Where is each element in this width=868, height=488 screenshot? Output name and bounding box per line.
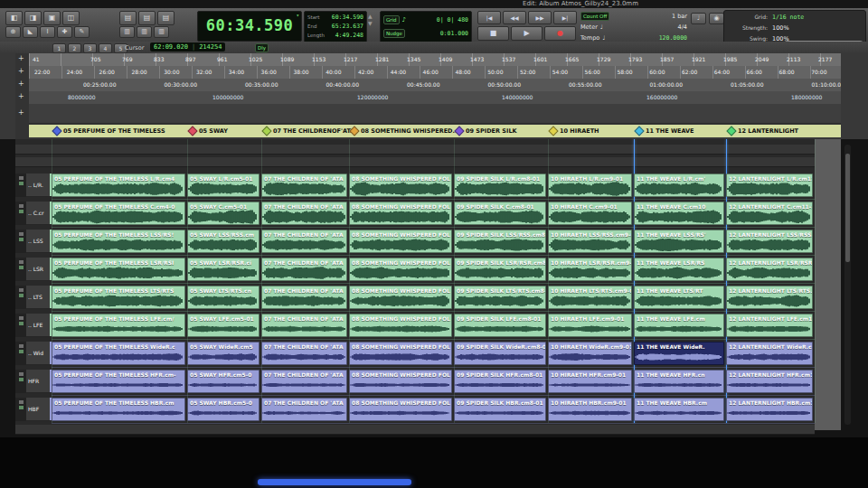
audio-clip[interactable]: 10 HIRAETH LSS/RSS.cm9-01 [548, 230, 632, 253]
audio-clip[interactable]: 11 THE WEAVE LSR/RS [634, 258, 724, 281]
audio-clip[interactable]: 10 HIRAETH LSR/RSR.cm9-01 [548, 258, 632, 281]
add-ruler-icon[interactable]: + [18, 80, 24, 88]
track-control-strip[interactable] [15, 230, 26, 253]
audio-clip[interactable]: 09 SPIDER SILK LTS/RTS.cm8-0 [454, 286, 546, 309]
aux-button-5[interactable]: ▥ [137, 26, 152, 38]
audio-clip[interactable]: 07 THE CHILDREN OF 'ATA [261, 174, 347, 197]
audio-clip[interactable]: 08 SOMETHING WHISPERED FOL [349, 202, 452, 225]
add-ruler-icon[interactable]: + [18, 55, 24, 62]
record-button[interactable]: ● [544, 26, 576, 41]
stop-button[interactable]: ■ [477, 26, 509, 41]
audio-clip[interactable]: 10 HIRAETH HFR.cm9-01 [548, 370, 632, 393]
zoom-preset-1[interactable]: 1 [52, 43, 66, 53]
track-control-strip[interactable] [15, 202, 26, 225]
audio-clip[interactable]: 09 SPIDER SILK L/R.cm8-01 [454, 174, 546, 197]
add-ruler-icon[interactable]: + [18, 109, 24, 117]
metronome-button[interactable]: ♩ [691, 13, 706, 24]
solo-mute-icon[interactable] [19, 182, 24, 185]
audio-clip[interactable]: 05 PERFUME OF THE TIMELESS LTS/RTS [52, 286, 185, 309]
audio-clip[interactable]: 05 PERFUME OF THE TIMELESS C.cm4-0 [52, 202, 185, 225]
audio-clip[interactable]: 05 SWAY WideR.cm5 [187, 342, 259, 365]
audio-clip[interactable]: 07 THE CHILDREN OF 'ATA [261, 230, 347, 253]
audio-clip[interactable]: 09 SPIDER SILK LSR/RSR.cm8- [454, 258, 546, 281]
audio-clip[interactable]: 11 THE WEAVE LTS/RT [634, 286, 724, 309]
track-name-9[interactable]: HBF [26, 398, 52, 421]
markers-ruler[interactable]: 05 PERFUME OF THE TIMELESS05 SWAY07 THE … [29, 125, 841, 137]
pencil-tool-button[interactable]: ✎ [74, 26, 90, 38]
audio-clip[interactable]: 08 SOMETHING WHISPERED FOL [349, 314, 452, 337]
audio-clip[interactable]: 09 SPIDER SILK LFE.cm8-01 [454, 314, 546, 337]
tempo-value[interactable]: 120.0000 [659, 34, 687, 42]
counter-menu-caret-icon[interactable]: ▾ [296, 12, 299, 18]
track-name-2[interactable]: .. C.cr [26, 202, 52, 225]
audio-clip[interactable]: 09 SPIDER SILK C.cm8-01 [454, 202, 546, 225]
marker[interactable]: 12 LANTERNLIGHT [728, 125, 798, 137]
marker[interactable]: 05 PERFUME OF THE TIMELESS [53, 125, 165, 137]
audio-clip[interactable]: 05 PERFUME OF THE TIMELESS HBR.cm [52, 398, 185, 421]
track-control-strip[interactable] [15, 174, 26, 197]
record-enable-icon[interactable] [19, 204, 24, 208]
track-name-5[interactable]: .. LTS [26, 286, 52, 309]
marker[interactable]: 10 HIRAETH [550, 125, 599, 137]
aux-button-6[interactable]: ▥ [154, 26, 169, 38]
audio-clip[interactable]: 12 LANTERNLIGHT LSR/RSR.c [726, 258, 813, 281]
solo-mute-icon[interactable] [19, 406, 24, 409]
audio-clip[interactable]: 05 SWAY L/R.cm5-01 [187, 174, 259, 197]
record-enable-icon[interactable] [19, 176, 24, 180]
audio-clip[interactable]: 05 SWAY HBR.cm5-0 [187, 398, 259, 421]
audio-clip[interactable]: 07 THE CHILDREN OF 'ATA [261, 202, 347, 225]
trim-tool-button[interactable]: ◣ [23, 26, 38, 38]
audio-clip[interactable]: 08 SOMETHING WHISPERED FOL [349, 398, 452, 421]
marker[interactable]: 09 SPIDER SILK [456, 125, 517, 137]
audio-clip[interactable]: 12 LANTERNLIGHT HBR.cm11 [726, 398, 813, 421]
arrow-down-icon[interactable]: ▼ [368, 21, 373, 26]
audio-clip[interactable]: 07 THE CHILDREN OF 'ATA [261, 286, 347, 309]
track-control-strip[interactable] [15, 314, 26, 337]
solo-mute-icon[interactable] [19, 378, 24, 381]
record-enable-icon[interactable] [19, 344, 24, 348]
end-value[interactable]: 65:23.637 [332, 23, 363, 30]
audio-clip[interactable]: 11 THE WEAVE WideR. [634, 342, 724, 365]
go-to-end-button[interactable]: ▶| [553, 11, 577, 24]
audio-clip[interactable]: 11 THE WEAVE LSS/RS' [634, 230, 724, 253]
audio-clip[interactable]: 10 HIRAETH LTS/RTS.cm9-01 [548, 286, 632, 309]
aux-button-2[interactable]: ▤ [138, 11, 156, 25]
min-sec-ruler[interactable]: 22:0024:0026:0028:0030:0032:0034:0036:00… [29, 66, 841, 80]
track-control-strip[interactable] [15, 398, 26, 421]
audio-clip[interactable]: 08 SOMETHING WHISPERED FOL [349, 174, 452, 197]
audio-clip[interactable]: 09 SPIDER SILK HBR.cm8-01 [454, 398, 546, 421]
audio-clip[interactable]: 07 THE CHILDREN OF 'ATA [261, 370, 347, 393]
zoom-preset-2[interactable]: 2 [68, 43, 81, 53]
audio-clip[interactable]: 05 PERFUME OF THE TIMELESS L/R.cm4 [52, 174, 185, 197]
grid-value[interactable]: 0| 0| 480 [437, 16, 468, 23]
audio-clip[interactable]: 05 SWAY LFE.cm5-01 [187, 314, 259, 337]
track-name-7[interactable]: .. Wid [26, 342, 52, 365]
timecode-ruler[interactable]: 00:25:00.0000:30:00.0000:35:00.0000:40:0… [29, 79, 841, 92]
audio-clip[interactable]: 08 SOMETHING WHISPERED FOL [349, 258, 452, 281]
add-ruler-icon[interactable]: + [18, 93, 24, 100]
audio-clip[interactable]: 08 SOMETHING WHISPERED FOL [349, 230, 452, 253]
grabber-tool-button[interactable]: ✚ [57, 26, 72, 38]
nudge-value[interactable]: 0:01.000 [440, 30, 468, 37]
audio-clip[interactable]: 05 SWAY LTS/RTS.cn [187, 286, 259, 309]
shuffle-mode-button[interactable]: ◧ [5, 11, 23, 25]
go-to-start-button[interactable]: |◀ [477, 11, 501, 24]
audio-clip[interactable]: 07 THE CHILDREN OF 'ATA [261, 258, 347, 281]
audio-clip[interactable]: 11 THE WEAVE HBR.cm [634, 398, 724, 421]
solo-mute-icon[interactable] [19, 322, 24, 325]
rewind-button[interactable]: ◀◀ [503, 11, 526, 24]
audio-clip[interactable]: 07 THE CHILDREN OF 'ATA [261, 342, 347, 365]
audio-clip[interactable]: 08 SOMETHING WHISPERED FOL [349, 342, 452, 365]
track-name-6[interactable]: .. LFE [26, 314, 52, 337]
audio-clip[interactable]: 08 SOMETHING WHISPERED FOL [349, 370, 452, 393]
audio-clip[interactable]: 09 SPIDER SILK HFR.cm8-01 [454, 370, 546, 393]
strength-value[interactable]: 100% [772, 24, 789, 32]
audio-clip[interactable]: 05 SWAY LSS/RSS.cm [187, 230, 259, 253]
marker[interactable]: 05 SWAY [189, 125, 228, 137]
audio-clip[interactable]: 07 THE CHILDREN OF 'ATA [261, 398, 347, 421]
audio-clip[interactable]: 10 HIRAETH LFE.cm9-01 [548, 314, 632, 337]
track-control-strip[interactable] [15, 258, 26, 281]
audio-clip[interactable]: 10 HIRAETH C.cm9-01 [548, 202, 632, 225]
meter-value[interactable]: 4/4 [678, 23, 687, 31]
track-name-1[interactable]: .. L/R. [26, 174, 52, 197]
